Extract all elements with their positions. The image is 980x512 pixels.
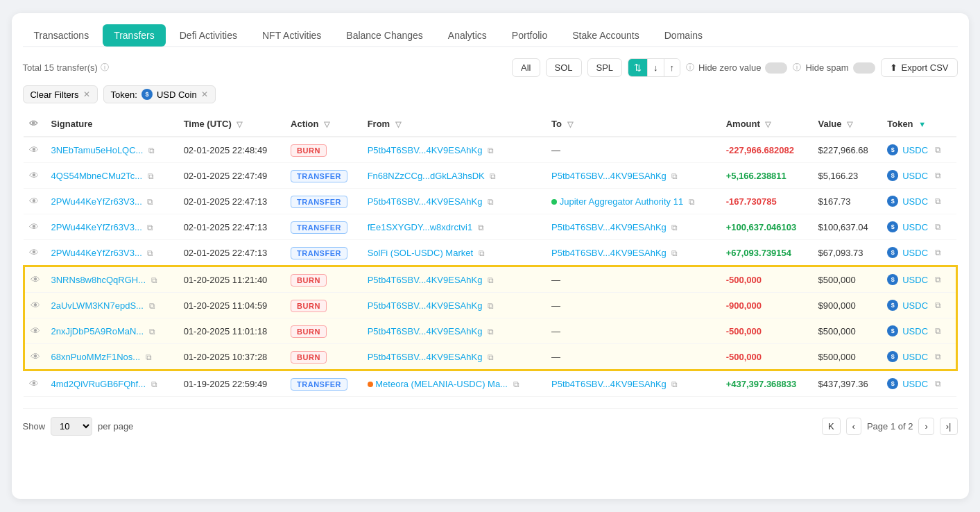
tab-transactions[interactable]: Transactions <box>23 24 101 46</box>
token-copy-icon[interactable]: ⧉ <box>935 275 941 284</box>
token-filter-icon[interactable]: ▼ <box>918 120 926 128</box>
sig-copy-icon[interactable]: ⧉ <box>147 223 153 232</box>
token-link[interactable]: USDC <box>902 171 928 181</box>
tab-stake-accounts[interactable]: Stake Accounts <box>561 24 651 46</box>
row-eye-icon[interactable]: 👁 <box>31 351 40 362</box>
to-address[interactable]: P5tb4T6SBV...4KV9ESAhKg <box>551 379 667 389</box>
next-page-btn[interactable]: › <box>918 418 934 435</box>
from-copy-icon[interactable]: ⧉ <box>488 275 494 285</box>
time-filter-icon[interactable]: ▽ <box>237 120 242 129</box>
to-copy-icon[interactable]: ⧉ <box>671 379 678 389</box>
signature-link[interactable]: 2aUvLWM3KN7epdS... <box>51 300 144 311</box>
clear-filters-close[interactable]: ✕ <box>83 89 90 99</box>
to-copy-icon[interactable]: ⧉ <box>689 197 695 207</box>
row-eye-icon[interactable]: 👁 <box>31 325 40 336</box>
tab-balance-changes[interactable]: Balance Changes <box>335 24 434 46</box>
token-copy-icon[interactable]: ⧉ <box>935 300 941 310</box>
token-copy-icon[interactable]: ⧉ <box>935 379 941 389</box>
amount-filter-icon[interactable]: ▽ <box>765 120 771 129</box>
row-eye-icon[interactable]: 👁 <box>29 221 39 232</box>
token-link[interactable]: USDC <box>902 248 928 258</box>
filter-spl-btn[interactable]: SPL <box>587 58 623 77</box>
last-page-btn[interactable]: ›| <box>940 418 958 435</box>
sort-down-btn[interactable]: ↓ <box>647 59 664 76</box>
sort-both-btn[interactable]: ⇅ <box>628 59 647 76</box>
token-filter-tag[interactable]: Token: $ USD Coin ✕ <box>103 85 216 103</box>
tab-nft-activities[interactable]: NFT Activities <box>251 24 332 46</box>
to-copy-icon[interactable]: ⧉ <box>671 248 678 258</box>
from-address[interactable]: P5tb4T6SBV...4KV9ESAhKg <box>368 196 483 207</box>
token-link[interactable]: USDC <box>902 145 928 155</box>
value-filter-icon[interactable]: ▽ <box>847 120 852 129</box>
sig-copy-icon[interactable]: ⧉ <box>148 171 154 181</box>
tab-transfers[interactable]: Transfers <box>103 24 166 46</box>
tab-analytics[interactable]: Analytics <box>437 24 498 46</box>
sig-copy-icon[interactable]: ⧉ <box>146 352 152 362</box>
action-filter-icon[interactable]: ▽ <box>324 120 329 129</box>
row-eye-icon[interactable]: 👁 <box>29 247 39 258</box>
to-address[interactable]: Jupiter Aggregator Authority 11 <box>560 196 684 207</box>
signature-link[interactable]: 3NRNs8w8hcQqRGH... <box>51 275 146 285</box>
token-filter-close[interactable]: ✕ <box>201 89 208 99</box>
to-address[interactable]: P5tb4T6SBV...4KV9ESAhKg <box>551 222 667 232</box>
token-link[interactable]: USDC <box>902 352 928 362</box>
row-eye-icon[interactable]: 👁 <box>29 170 39 181</box>
row-eye-icon[interactable]: 👁 <box>29 144 39 155</box>
from-copy-icon[interactable]: ⧉ <box>513 379 519 389</box>
from-address[interactable]: Fn68NZzCCg...dGkLA3hsDK <box>368 171 485 181</box>
to-address[interactable]: P5tb4T6SBV...4KV9ESAhKg <box>551 171 667 181</box>
sig-copy-icon[interactable]: ⧉ <box>151 379 157 389</box>
signature-link[interactable]: 2PWu44KeYfZr63V3... <box>51 196 142 207</box>
sort-up-btn[interactable]: ↑ <box>664 59 680 76</box>
token-copy-icon[interactable]: ⧉ <box>935 248 941 257</box>
prev-page-btn[interactable]: ‹ <box>846 418 861 435</box>
sig-copy-icon[interactable]: ⧉ <box>149 301 155 311</box>
from-copy-icon[interactable]: ⧉ <box>488 301 494 311</box>
sig-copy-icon[interactable]: ⧉ <box>148 146 155 155</box>
token-copy-icon[interactable]: ⧉ <box>935 222 941 232</box>
from-address[interactable]: P5tb4T6SBV...4KV9ESAhKg <box>368 352 483 362</box>
hide-spam-toggle[interactable] <box>853 62 875 74</box>
token-copy-icon[interactable]: ⧉ <box>935 326 941 336</box>
sig-copy-icon[interactable]: ⧉ <box>147 248 153 258</box>
row-eye-icon[interactable]: 👁 <box>31 300 40 311</box>
sig-copy-icon[interactable]: ⧉ <box>151 275 157 285</box>
from-copy-icon[interactable]: ⧉ <box>488 197 494 207</box>
per-page-select[interactable]: 10 25 50 100 <box>51 417 92 436</box>
token-link[interactable]: USDC <box>902 379 928 389</box>
token-copy-icon[interactable]: ⧉ <box>935 145 941 155</box>
from-address[interactable]: P5tb4T6SBV...4KV9ESAhKg <box>368 326 483 336</box>
signature-link[interactable]: 68xnPuoMMzF1Nos... <box>51 352 141 362</box>
from-address[interactable]: SolFi (SOL-USDC) Market <box>368 248 473 258</box>
token-copy-icon[interactable]: ⧉ <box>935 171 941 180</box>
from-copy-icon[interactable]: ⧉ <box>479 248 485 258</box>
token-link[interactable]: USDC <box>902 275 928 285</box>
filter-all-btn[interactable]: All <box>512 58 540 77</box>
to-address[interactable]: P5tb4T6SBV...4KV9ESAhKg <box>551 248 667 258</box>
tab-defi-activities[interactable]: Defi Activities <box>169 24 248 46</box>
to-filter-icon[interactable]: ▽ <box>567 120 573 129</box>
from-copy-icon[interactable]: ⧉ <box>488 352 494 362</box>
token-copy-icon[interactable]: ⧉ <box>935 196 941 206</box>
token-link[interactable]: USDC <box>902 222 928 232</box>
signature-link[interactable]: 2PWu44KeYfZr63V3... <box>51 222 142 232</box>
filter-sol-btn[interactable]: SOL <box>546 58 582 77</box>
signature-link[interactable]: 3NEbTamu5eHoLQC... <box>51 145 144 155</box>
from-copy-icon[interactable]: ⧉ <box>478 223 484 232</box>
from-copy-icon[interactable]: ⧉ <box>490 171 496 181</box>
signature-link[interactable]: 2nxJjDbP5A9RoMaN... <box>51 326 144 336</box>
from-address[interactable]: Meteora (MELANIA-USDC) Ma... <box>375 379 508 389</box>
row-eye-icon[interactable]: 👁 <box>31 274 40 285</box>
from-address[interactable]: P5tb4T6SBV...4KV9ESAhKg <box>368 275 483 285</box>
tab-portfolio[interactable]: Portfolio <box>501 24 558 46</box>
token-link[interactable]: USDC <box>902 326 928 336</box>
token-link[interactable]: USDC <box>902 300 928 311</box>
token-copy-icon[interactable]: ⧉ <box>935 352 941 361</box>
signature-link[interactable]: 4md2QiVRuGB6FQhf... <box>51 379 146 389</box>
from-copy-icon[interactable]: ⧉ <box>488 327 494 336</box>
from-copy-icon[interactable]: ⧉ <box>488 146 494 155</box>
signature-link[interactable]: 2PWu44KeYfZr63V3... <box>51 248 142 258</box>
to-copy-icon[interactable]: ⧉ <box>671 171 678 181</box>
sig-copy-icon[interactable]: ⧉ <box>149 327 155 336</box>
hide-zero-toggle[interactable] <box>765 62 787 74</box>
